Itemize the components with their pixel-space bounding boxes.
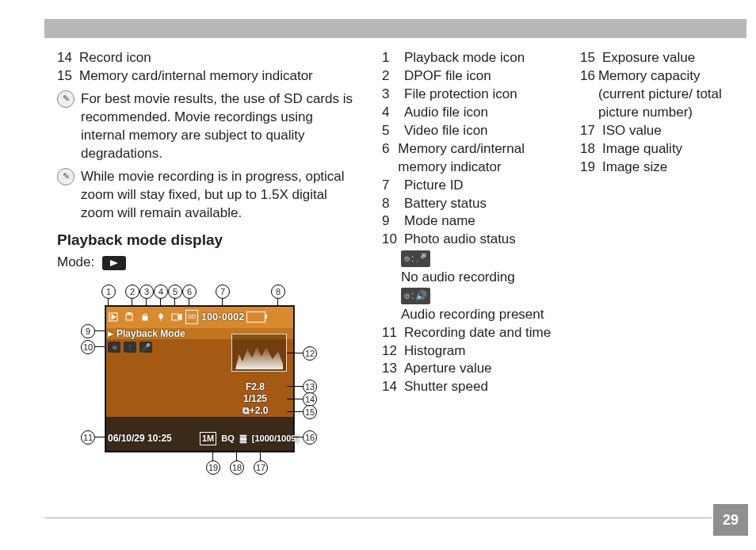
svg-marker-2: [112, 315, 116, 319]
list-item: 9Mode name: [382, 212, 556, 231]
callout: 17: [254, 460, 268, 475]
callout: 15: [303, 405, 317, 419]
note-icon: ✎: [57, 168, 74, 185]
aperture-value: F2.8: [223, 381, 287, 393]
audio-no-icon: ⌾:🎤: [401, 250, 430, 266]
list-item: 18Image quality: [580, 140, 739, 159]
list-item: 1Playback mode icon: [382, 49, 556, 67]
callout: 1: [101, 285, 116, 299]
list-item: 15Exposure value: [580, 49, 739, 67]
svg-marker-10: [178, 314, 181, 320]
playback-mode-icon: [102, 256, 126, 270]
callout: 7: [216, 285, 230, 299]
list-item: 14 Record icon: [57, 49, 358, 67]
list-item: 12Histogram: [382, 342, 556, 361]
audio-status-block: ⌾:🎤 No audio recording ⌾:🔊 Audio recordi…: [401, 249, 556, 323]
screen-top-icons: SD 100-0002: [106, 307, 292, 327]
note-text: While movie recording is in progress, op…: [81, 168, 358, 223]
list-item: 2DPOF file icon: [382, 67, 556, 86]
battery-icon: [246, 311, 265, 323]
page-number: 29: [713, 504, 748, 536]
callout: 8: [271, 285, 285, 299]
item-label: Memory card/internal memory indicator: [79, 67, 313, 86]
list-item: 3File protection icon: [382, 86, 556, 104]
list-item: 6Memory card/internal memory indicator: [382, 140, 556, 177]
list-item: 5Video file icon: [382, 122, 556, 140]
list-item: 13Aperture value: [382, 360, 556, 378]
item-label: Record icon: [79, 49, 151, 67]
section-heading: Playback mode display: [57, 230, 358, 250]
note-text: For best movie results, the use of SD ca…: [81, 90, 358, 163]
note-block: ✎ For best movie results, the use of SD …: [57, 90, 358, 163]
mode-row: Mode:: [57, 254, 358, 272]
callout: 6: [182, 285, 197, 299]
list-item: 7Picture ID: [382, 177, 556, 195]
playback-diagram: SD 100-0002 Playback Mode ⌾:🎤 F2.8 1/125…: [57, 278, 334, 484]
note-block: ✎ While movie recording is in progress, …: [57, 168, 358, 223]
image-size: 1M: [200, 432, 216, 445]
left-column: 14 Record icon 15 Memory card/internal m…: [57, 49, 358, 518]
manual-page: 14 Record icon 15 Memory card/internal m…: [0, 0, 756, 550]
sd-icon: SD: [185, 310, 198, 324]
list-item: 16Memory capacity (current picture/ tota…: [580, 67, 739, 122]
ev-value: ⧉+2.0: [223, 405, 287, 417]
audio-yes-label: Audio recording present: [401, 306, 556, 324]
iso-icon: ䷀: [239, 433, 247, 445]
item-number: 15: [57, 67, 76, 86]
list-item: 8Battery status: [382, 195, 556, 213]
picture-id: 100-0002: [201, 311, 245, 323]
histogram: [231, 334, 287, 372]
callout: 2: [125, 285, 139, 299]
right-column: 15Exposure value 16Memory capacity (curr…: [580, 49, 739, 518]
list-item: 19Image size: [580, 159, 739, 177]
bottom-values: 1M BQ ䷀ [1000/1009]: [200, 432, 299, 445]
callout: 10: [81, 340, 95, 354]
callout: 19: [206, 460, 220, 475]
memory-capacity: [1000/1009]: [252, 433, 299, 445]
svg-marker-0: [110, 260, 118, 266]
audio-no-label: No audio recording: [401, 269, 556, 287]
callout: 5: [168, 285, 182, 299]
list-item: 4Audio file icon: [382, 104, 556, 122]
list-item: 17ISO value: [580, 122, 739, 140]
callout: 16: [303, 430, 317, 445]
middle-column: 1Playback mode icon 2DPOF file icon 3Fil…: [382, 49, 556, 518]
exif-block: F2.8 1/125 ⧉+2.0: [223, 381, 287, 417]
svg-rect-7: [159, 314, 162, 319]
note-icon: ✎: [57, 90, 74, 108]
list-item: 15 Memory card/internal memory indicator: [57, 67, 358, 86]
svg-rect-9: [172, 314, 178, 320]
protect-icon: [138, 311, 152, 323]
dpof-icon: [122, 311, 136, 323]
callout: 18: [230, 460, 244, 475]
video-file-icon: [170, 311, 184, 323]
mode-name-label: Playback Mode: [108, 327, 185, 340]
callout: 9: [81, 324, 95, 338]
shutter-value: 1/125: [223, 393, 287, 405]
callout: 12: [303, 346, 317, 361]
page-content: 14 Record icon 15 Memory card/internal m…: [57, 49, 732, 518]
list-item: 14Shutter speed: [382, 378, 556, 396]
datetime-value: 06/10/29 10:25: [108, 432, 172, 445]
image-quality: BQ: [221, 433, 235, 445]
header-bar: [44, 19, 746, 38]
audio-status-icons: ⌾:🎤: [108, 342, 152, 353]
list-item: 10Photo audio status: [382, 231, 556, 249]
callout: 4: [154, 285, 168, 299]
callout: 11: [81, 430, 95, 445]
mode-label: Mode:: [57, 254, 94, 272]
callout: 3: [139, 285, 154, 299]
playback-icon: [106, 311, 120, 323]
audio-file-icon: [154, 311, 168, 323]
audio-yes-icon: ⌾:🔊: [401, 288, 430, 304]
svg-rect-6: [143, 316, 147, 320]
item-number: 14: [57, 49, 76, 67]
footer-rule: [44, 518, 712, 518]
list-item: 11Recording date and time: [382, 324, 556, 342]
svg-rect-4: [128, 312, 131, 315]
